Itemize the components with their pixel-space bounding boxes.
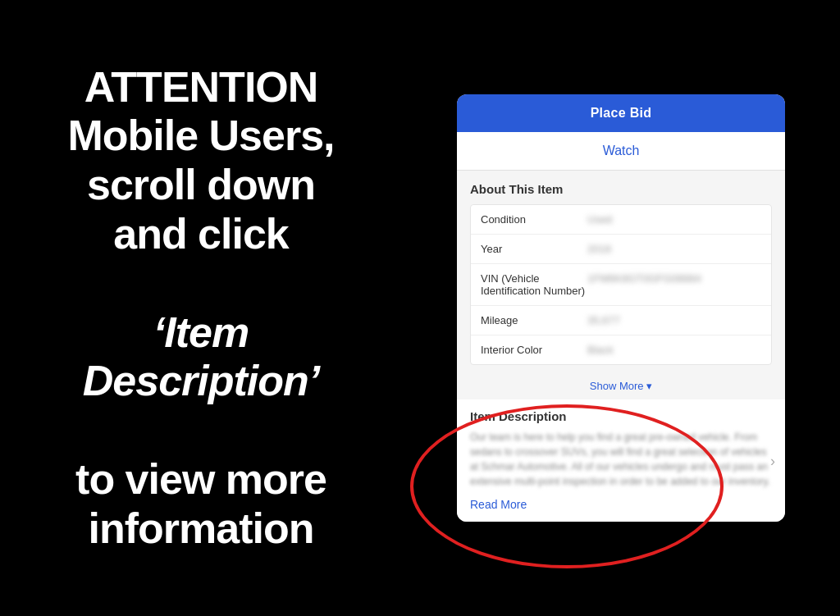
line6: to view more: [75, 455, 326, 503]
mileage-label: Mileage: [481, 314, 587, 326]
item-desc-text: Our team is here to help you find a grea…: [470, 430, 772, 489]
watch-area: Watch: [457, 132, 785, 171]
chevron-right-icon: ›: [770, 452, 775, 469]
line2: Mobile Users,: [67, 112, 334, 159]
condition-value: Used: [587, 213, 612, 226]
condition-label: Condition: [481, 213, 587, 226]
about-title: About This Item: [470, 182, 772, 196]
show-more-button[interactable]: Show More ▾: [590, 380, 652, 392]
info-row-vin: VIN (Vehicle Identification Number) 1FM6…: [471, 264, 771, 306]
info-row-condition: Condition Used: [471, 205, 771, 235]
left-panel: ATTENTION Mobile Users, scroll down and …: [0, 0, 402, 616]
show-more-row: Show More ▾: [457, 372, 785, 399]
item-desc-section: Item Description Our team is here to hel…: [457, 399, 785, 522]
line7: information: [89, 504, 314, 552]
year-value: 2018: [587, 243, 611, 255]
line5: ‘Item Description’: [83, 308, 320, 405]
info-row-interior: Interior Color Black: [471, 335, 771, 364]
attention-text: ATTENTION Mobile Users, scroll down and …: [33, 63, 369, 554]
line1: ATTENTION: [84, 63, 318, 111]
line3: scroll down: [87, 161, 315, 208]
info-row-year: Year 2018: [471, 235, 771, 264]
year-label: Year: [481, 243, 587, 255]
place-bid-label: Place Bid: [591, 106, 652, 120]
info-row-mileage: Mileage 35,677: [471, 306, 771, 335]
line4: and click: [113, 210, 289, 258]
right-panel: Place Bid Watch About This Item Conditio…: [402, 0, 840, 616]
item-desc-title: Item Description: [470, 409, 772, 423]
vin-label: VIN (Vehicle Identification Number): [481, 272, 587, 297]
phone-content: Place Bid Watch About This Item Conditio…: [457, 94, 785, 522]
interior-label: Interior Color: [481, 344, 587, 356]
vin-value: 1FM6K8GT0GFG08884: [587, 272, 701, 285]
about-section: About This Item Condition Used Year 2018…: [457, 171, 785, 372]
place-bid-bar[interactable]: Place Bid: [457, 94, 785, 132]
info-table: Condition Used Year 2018 VIN (Vehicle Id…: [470, 204, 772, 365]
mileage-value: 35,677: [587, 314, 620, 326]
read-more-button[interactable]: Read More: [470, 498, 527, 511]
interior-value: Black: [587, 344, 614, 356]
watch-button[interactable]: Watch: [603, 144, 640, 157]
